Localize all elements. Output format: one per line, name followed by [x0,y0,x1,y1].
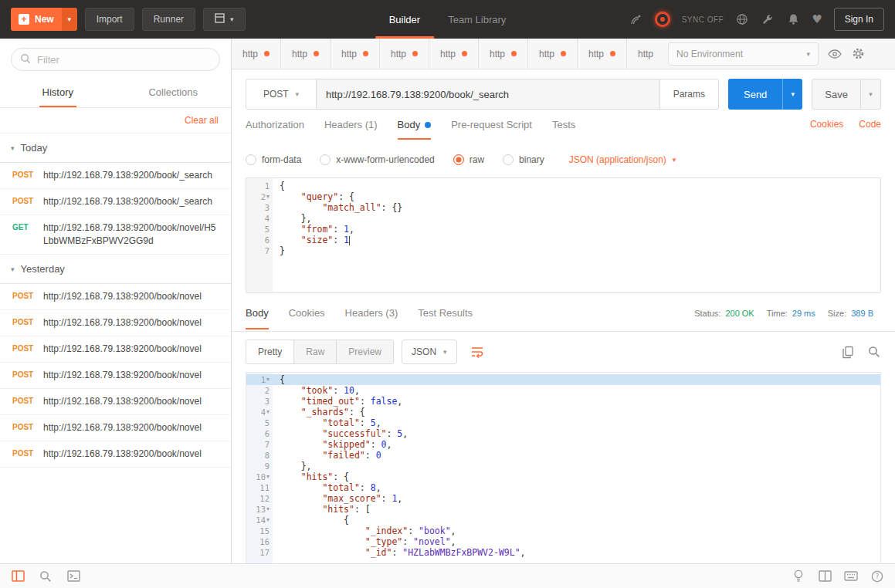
sign-in-button[interactable]: Sign In [834,8,884,31]
request-tab-authorization[interactable]: Authorization [246,119,304,138]
open-request-tab[interactable]: http [429,39,479,69]
open-request-tab[interactable]: http [331,39,380,69]
line-number-value: 6 [265,428,270,439]
method-select[interactable]: POST ▾ [246,79,317,110]
fold-caret-icon[interactable]: ▾ [266,471,270,482]
send-button[interactable]: Send [728,79,782,110]
help-icon[interactable]: ? [870,569,884,583]
open-request-tab[interactable]: http [380,39,429,69]
response-tab-headers-3[interactable]: Headers (3) [345,302,398,329]
history-item[interactable]: POSThttp://192.168.79.138:9200/book/nove… [0,336,231,363]
save-button[interactable]: Save [812,79,861,110]
history-item[interactable]: POSThttp://192.168.79.138:9200/book/_sea… [0,189,231,215]
new-button-main[interactable]: + New [11,8,62,31]
params-button[interactable]: Params [660,79,719,110]
request-tab-body[interactable]: Body [398,119,432,140]
fold-caret-icon[interactable]: ▾ [266,504,270,515]
body-type-binary[interactable]: binary [503,154,544,165]
code-token: "_shards" [301,407,349,417]
body-type-x-www-form-urlencoded[interactable]: x-www-form-urlencoded [320,154,434,165]
console-icon[interactable] [66,569,80,583]
clear-all-link[interactable]: Clear all [185,115,219,126]
runner-button-label: Runner [154,14,184,25]
history-item[interactable]: POSThttp://192.168.79.138:9200/book/nove… [0,441,231,468]
content-type-select[interactable]: JSON (application/json) ▾ [569,154,676,165]
two-pane-layout-icon[interactable] [818,569,832,583]
filter-input[interactable] [37,54,211,66]
wrench-icon[interactable] [761,12,775,26]
environment-select[interactable]: No Environment ▾ [668,42,819,66]
view-mode-preview[interactable]: Preview [336,340,393,363]
open-request-tab[interactable]: http [232,39,281,69]
request-tab-headers-1[interactable]: Headers (1) [324,119,378,138]
sidebar-toggle-icon[interactable] [11,569,25,583]
keyboard-shortcuts-icon[interactable] [844,569,858,583]
code-token [280,385,301,396]
settings-gear-icon[interactable] [851,47,865,61]
open-request-tab[interactable]: http [528,39,578,69]
response-tab-test-results[interactable]: Test Results [418,302,473,329]
search-all-icon[interactable] [39,569,53,583]
nav-tab-team-library[interactable]: Team Library [434,0,520,39]
history-group-header[interactable]: ▾Yesterday [0,255,231,284]
response-format-select[interactable]: JSON ▾ [402,340,457,364]
request-tab-pre-request-script[interactable]: Pre-request Script [451,119,532,138]
open-request-tab[interactable]: http [281,39,331,69]
fold-caret-icon[interactable]: ▾ [266,515,270,525]
body-type-form-data[interactable]: form-data [246,154,301,165]
save-dropdown-caret[interactable]: ▾ [861,79,881,110]
open-request-tab[interactable]: http [627,39,656,69]
view-mode-pretty[interactable]: Pretty [246,340,293,363]
history-item[interactable]: POSThttp://192.168.79.138:9200/book/_sea… [0,163,231,189]
wrap-text-button[interactable] [466,340,488,363]
new-dropdown-caret[interactable]: ▾ [62,8,77,31]
fold-caret-icon[interactable]: ▾ [266,191,270,202]
code-text: "skipped": 0, [273,439,880,450]
history-item[interactable]: POSThttp://192.168.79.138:9200/book/nove… [0,415,231,441]
body-type-raw[interactable]: raw [453,154,484,165]
open-request-tab[interactable]: http [578,39,627,69]
bell-icon[interactable] [786,12,800,26]
url-input[interactable]: http://192.168.79.138:9200/book/_search [317,79,660,110]
sidebar-tab-collections[interactable]: Collections [116,80,232,107]
request-tab-tests[interactable]: Tests [552,119,575,138]
response-tab-body[interactable]: Body [246,302,269,329]
response-tab-cookies[interactable]: Cookies [289,302,325,329]
code-link[interactable]: Code [859,119,881,130]
body-type-label: raw [470,154,484,165]
response-body-viewer[interactable]: 1▾{2 "took": 10,3 "timed_out": false,4▾ … [246,372,881,563]
content-area: HistoryCollections Clear all ▾TodayPOSTh… [0,39,895,563]
line-number-value: 11 [259,482,270,493]
history-item[interactable]: POSThttp://192.168.79.138:9200/book/nove… [0,310,231,336]
history-item[interactable]: POSThttp://192.168.79.138:9200/book/nove… [0,363,231,389]
sidebar-tab-history[interactable]: History [0,80,116,107]
history-item[interactable]: POSThttp://192.168.79.138:9200/book/nove… [0,284,231,310]
fold-caret-icon[interactable]: ▾ [266,407,270,417]
search-response-icon[interactable] [867,345,881,359]
satellite-icon[interactable] [629,12,643,26]
history-group-header[interactable]: ▾Today [0,133,231,163]
cookies-link[interactable]: Cookies [810,119,843,130]
code-token [280,428,322,439]
fold-caret-icon[interactable]: ▾ [266,374,270,385]
send-dropdown-caret[interactable]: ▾ [782,79,802,110]
runner-button[interactable]: Runner [142,8,195,31]
nav-tab-builder[interactable]: Builder [375,0,434,39]
history-item[interactable]: POSThttp://192.168.79.138:9200/book/nove… [0,389,231,415]
filter-box[interactable] [11,48,220,71]
environment-quicklook-eye-icon[interactable] [828,47,842,61]
new-window-button[interactable]: ▾ [203,8,246,31]
globe-icon[interactable] [735,12,749,26]
import-button[interactable]: Import [85,8,134,31]
request-body-editor[interactable]: 1{2▾ "query": {3 "match_all": {}4 },5 "f… [246,177,881,293]
request-builder-row: POST ▾ http://192.168.79.138:9200/book/_… [246,79,881,110]
history-item[interactable]: GEThttp://192.168.79.138:9200/book/novel… [0,215,231,255]
view-mode-raw[interactable]: Raw [293,340,336,363]
lightbulb-icon[interactable] [792,569,805,583]
copy-icon[interactable] [841,345,855,359]
save-button-label: Save [825,89,848,100]
open-request-tab[interactable]: http [479,39,528,69]
new-button[interactable]: + New ▾ [11,8,77,31]
heart-icon[interactable]: ♥ [812,12,822,26]
sync-status-icon[interactable] [655,12,670,27]
